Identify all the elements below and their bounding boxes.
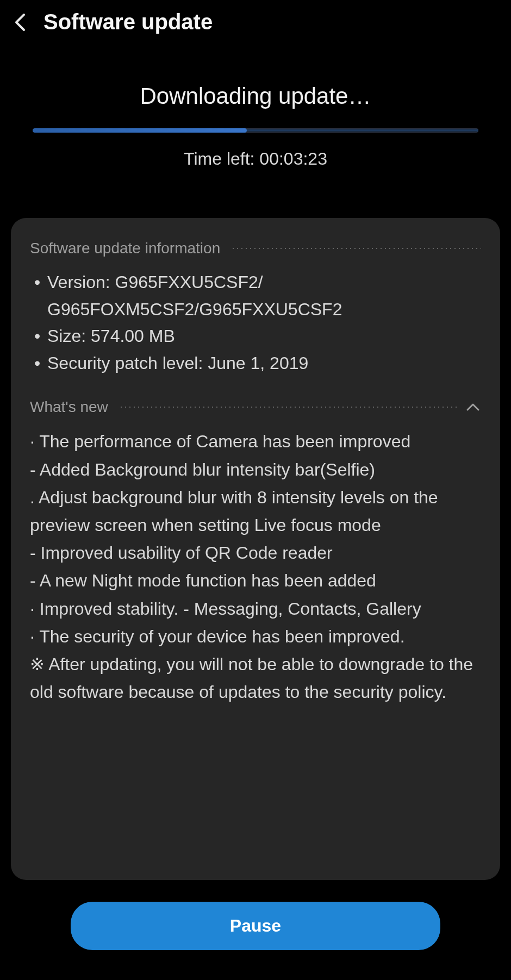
- info-section-header: Software update information: [30, 240, 481, 257]
- download-section: Downloading update… Time left: 00:03:23: [0, 51, 511, 213]
- dots-divider: [231, 248, 481, 249]
- button-bar: Pause: [0, 885, 511, 966]
- whats-new-line: · The performance of Camera has been imp…: [30, 428, 481, 455]
- info-list: Version: G965FXXU5CSF2/ G965FOXM5CSF2/G9…: [30, 269, 481, 377]
- time-left-label: Time left: 00:03:23: [33, 149, 478, 169]
- chevron-up-icon[interactable]: [465, 399, 481, 415]
- header-bar: Software update: [0, 0, 511, 51]
- progress-fill: [33, 128, 247, 133]
- whats-new-line: - Improved usability of QR Code reader: [30, 539, 481, 567]
- whats-new-line: · Improved stability. - Messaging, Conta…: [30, 595, 481, 623]
- whats-new-line: ※ After updating, you will not be able t…: [30, 651, 481, 706]
- progress-track: [247, 129, 478, 132]
- progress-bar: [33, 128, 478, 133]
- whats-new-title: What's new: [30, 398, 108, 416]
- whats-new-header[interactable]: What's new: [30, 398, 481, 416]
- info-security: Security patch level: June 1, 2019: [30, 350, 481, 377]
- back-icon[interactable]: [11, 14, 28, 31]
- info-section-title: Software update information: [30, 240, 220, 257]
- whats-new-line: . Adjust background blur with 8 intensit…: [30, 484, 481, 539]
- info-size: Size: 574.00 MB: [30, 323, 481, 350]
- info-card: Software update information Version: G96…: [11, 218, 500, 880]
- page-title: Software update: [43, 10, 213, 34]
- whats-new-line: - Added Background blur intensity bar(Se…: [30, 456, 481, 484]
- whats-new-line: · The security of your device has been i…: [30, 623, 481, 651]
- download-status-title: Downloading update…: [33, 83, 478, 109]
- info-version: Version: G965FXXU5CSF2/ G965FOXM5CSF2/G9…: [30, 269, 481, 323]
- whats-new-content: · The performance of Camera has been imp…: [30, 428, 481, 706]
- whats-new-line: - A new Night mode function has been add…: [30, 567, 481, 595]
- dots-divider: [119, 407, 459, 408]
- pause-button[interactable]: Pause: [71, 902, 440, 950]
